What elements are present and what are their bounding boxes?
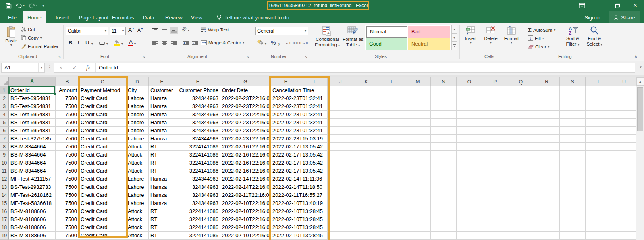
cell-A2[interactable]: BS-Test-6954831 xyxy=(9,94,56,102)
row-header-17[interactable]: 17 xyxy=(0,215,9,223)
cell-D4[interactable]: Lahore xyxy=(126,111,149,119)
cell-J17[interactable] xyxy=(328,215,353,223)
cell-L4[interactable] xyxy=(379,111,405,119)
tab-insert[interactable]: Insert xyxy=(51,11,74,23)
cell-U14[interactable] xyxy=(611,191,636,199)
style-good[interactable]: Good xyxy=(366,38,407,50)
cell-E15[interactable]: Hamza xyxy=(149,199,175,207)
cell-N4[interactable] xyxy=(431,111,457,119)
cell-E16[interactable]: RT xyxy=(149,207,175,215)
cell-M5[interactable] xyxy=(405,119,431,127)
cell-T3[interactable] xyxy=(586,102,611,111)
cell-O5[interactable] xyxy=(457,119,482,127)
cell-K4[interactable] xyxy=(353,111,379,119)
underline-dropdown-icon[interactable]: ▾ xyxy=(91,42,93,46)
cell-R6[interactable] xyxy=(534,127,560,135)
cell-R7[interactable] xyxy=(534,135,560,143)
col-header-N[interactable]: N xyxy=(431,77,457,86)
cell-C14[interactable]: Credit Card xyxy=(79,191,126,199)
cell-B1[interactable]: Amount xyxy=(56,86,79,94)
cell-A5[interactable]: BS-Test-6954831 xyxy=(9,119,56,127)
cell-B10[interactable]: 7500 xyxy=(56,159,79,167)
cell-P5[interactable] xyxy=(482,119,508,127)
paste-button[interactable]: Paste▾ xyxy=(3,26,19,47)
confirm-entry-icon[interactable]: ✓ xyxy=(68,65,81,71)
cell-S15[interactable] xyxy=(560,199,586,207)
cell-D17[interactable]: Attock xyxy=(126,215,149,223)
clipboard-dialog-launcher[interactable]: ↘ xyxy=(58,54,61,59)
cell-J19[interactable] xyxy=(328,232,353,240)
row-header-13[interactable]: 13 xyxy=(0,183,9,191)
cell-H12[interactable]: 2022-02-14T11:11:36 xyxy=(271,175,328,183)
wrap-text-button[interactable]: Wrap Text xyxy=(201,27,229,32)
cell-R1[interactable] xyxy=(534,86,560,94)
cell-E11[interactable]: RT xyxy=(149,167,175,175)
align-middle-button[interactable] xyxy=(160,27,168,34)
row-header-10[interactable]: 10 xyxy=(0,159,9,167)
cell-R19[interactable] xyxy=(534,232,560,240)
cell-R8[interactable] xyxy=(534,143,560,151)
cell-Q16[interactable] xyxy=(508,207,534,215)
cell-N13[interactable] xyxy=(431,183,457,191)
cell-S10[interactable] xyxy=(560,159,586,167)
cell-E7[interactable]: Hamza xyxy=(149,135,175,143)
cell-L16[interactable] xyxy=(379,207,405,215)
cell-A3[interactable]: BS-Test-6954831 xyxy=(9,102,56,111)
cell-K7[interactable] xyxy=(353,135,379,143)
cell-N2[interactable] xyxy=(431,94,457,102)
cell-R11[interactable] xyxy=(534,167,560,175)
cell-B19[interactable]: 7500 xyxy=(56,232,79,240)
cell-M11[interactable] xyxy=(405,167,431,175)
cell-P13[interactable] xyxy=(482,183,508,191)
cell-D13[interactable]: Lahore xyxy=(126,183,149,191)
borders-button[interactable] xyxy=(99,40,105,45)
row-header-6[interactable]: 6 xyxy=(0,127,9,135)
cell-F1[interactable]: Customer Phone xyxy=(175,86,220,94)
cell-S13[interactable] xyxy=(560,183,586,191)
cell-B6[interactable]: 7500 xyxy=(56,127,79,135)
cell-A12[interactable]: MF-Test-4211157 xyxy=(9,175,56,183)
row-header-4[interactable]: 4 xyxy=(0,111,9,119)
cell-T16[interactable] xyxy=(586,207,611,215)
cell-P2[interactable] xyxy=(482,94,508,102)
cell-J7[interactable] xyxy=(328,135,353,143)
style-neutral[interactable]: Neutral xyxy=(408,38,450,50)
cell-L13[interactable] xyxy=(379,183,405,191)
cell-P11[interactable] xyxy=(482,167,508,175)
cell-J13[interactable] xyxy=(328,183,353,191)
align-left-button[interactable] xyxy=(151,40,159,47)
cell-F6[interactable]: 324344963 xyxy=(175,127,220,135)
cell-Q2[interactable] xyxy=(508,94,534,102)
cell-B15[interactable]: 7500 xyxy=(56,199,79,207)
gallery-scroll-down-icon[interactable]: ▼ xyxy=(451,33,457,42)
cell-M13[interactable] xyxy=(405,183,431,191)
cell-U9[interactable] xyxy=(611,151,636,159)
cell-F15[interactable]: 324344963 xyxy=(175,199,220,207)
autosum-button[interactable]: Σ AutoSum▾ xyxy=(528,27,555,33)
cell-T5[interactable] xyxy=(586,119,611,127)
cell-B3[interactable]: 7500 xyxy=(56,102,79,111)
cell-E17[interactable]: RT xyxy=(149,215,175,223)
cell-M4[interactable] xyxy=(405,111,431,119)
cell-L7[interactable] xyxy=(379,135,405,143)
cell-F7[interactable]: 324344963 xyxy=(175,135,220,143)
row-header-16[interactable]: 16 xyxy=(0,207,9,215)
cell-E13[interactable]: Hamza xyxy=(149,183,175,191)
cell-H2[interactable]: 2022-02-23T01:32:41 xyxy=(271,94,328,102)
cell-M10[interactable] xyxy=(405,159,431,167)
cell-E1[interactable]: Customer xyxy=(149,86,175,94)
cell-H8[interactable]: 2022-02-17T13:05:42 xyxy=(271,143,328,151)
cell-K13[interactable] xyxy=(353,183,379,191)
cell-M9[interactable] xyxy=(405,151,431,159)
cell-C18[interactable]: Credit Card xyxy=(79,223,126,232)
cell-P15[interactable] xyxy=(482,199,508,207)
format-cells-button[interactable]: Format▾ xyxy=(502,26,521,44)
cell-L14[interactable] xyxy=(379,191,405,199)
style-normal[interactable]: Normal xyxy=(366,26,407,38)
cell-F12[interactable]: 324344963 xyxy=(175,175,220,183)
col-header-Q[interactable]: Q xyxy=(508,77,534,86)
font-size-combo[interactable]: 11▾ xyxy=(110,27,126,35)
cell-E8[interactable]: RT xyxy=(149,143,175,151)
cell-J4[interactable] xyxy=(328,111,353,119)
cell-Q6[interactable] xyxy=(508,127,534,135)
